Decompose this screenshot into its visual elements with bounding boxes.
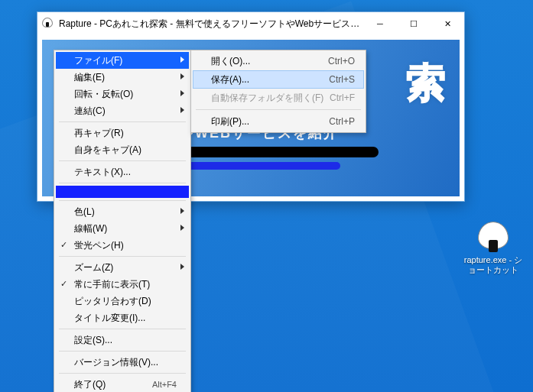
menu-label: 開く(O)... [211, 55, 328, 68]
menu-label: ファイル(F) [74, 54, 177, 67]
app-icon [42, 18, 54, 30]
desktop-shortcut[interactable]: rapture.exe - ショートカット [461, 222, 525, 275]
menu-item-exit[interactable]: 終了(Q) Alt+F4 [56, 376, 189, 392]
context-menu: ファイル(F) 編集(E) 回転・反転(O) 連結(C) 再キャプ(R) 自身を… [54, 50, 191, 392]
submenu-arrow-icon [180, 208, 184, 214]
menu-label: 常に手前に表示(T) [74, 278, 177, 291]
menu-item-text[interactable]: テキスト(X)... [56, 164, 189, 180]
menu-label: 自動保存フォルダを開く(F) [211, 92, 330, 105]
check-icon: ✓ [60, 240, 67, 250]
menu-separator [59, 160, 186, 161]
menu-label: ピッタリ合わす(D) [74, 295, 177, 308]
menu-item-settings[interactable]: 設定(S)... [56, 332, 189, 348]
menu-label: ズーム(Z) [74, 261, 177, 274]
menu-item-file[interactable]: ファイル(F) [56, 52, 189, 69]
menu-shortcut: Ctrl+O [328, 56, 355, 66]
menu-item-rotate[interactable]: 回転・反転(O) [56, 86, 189, 102]
menu-label: タイトル変更(I)... [74, 312, 177, 325]
menu-item-edit[interactable]: 編集(E) [56, 69, 189, 86]
menu-separator [59, 373, 186, 374]
menu-label: 終了(Q) [74, 378, 152, 391]
submenu-arrow-icon [180, 107, 184, 113]
menu-item-blank-selected[interactable] [56, 186, 189, 198]
submenu-arrow-icon [180, 264, 184, 270]
menu-label: 蛍光ペン(H) [74, 239, 177, 252]
minimize-button[interactable]: ─ [363, 12, 397, 35]
menu-shortcut: Ctrl+P [329, 116, 355, 127]
menu-item-fit[interactable]: ピッタリ合わす(D) [56, 293, 189, 309]
window-title: Rapture - PCあれこれ探索 - 無料で使えるフリーソフトやWebサービ… [59, 18, 363, 31]
menu-label: 保存(A)... [211, 73, 329, 86]
menu-label: 編集(E) [74, 71, 177, 84]
menu-item-version[interactable]: バージョン情報(V)... [56, 354, 189, 371]
menu-separator [59, 351, 186, 352]
check-icon: ✓ [60, 279, 67, 289]
menu-label: 印刷(P)... [211, 115, 329, 128]
menu-item-topmost[interactable]: ✓ 常に手前に表示(T) [56, 276, 189, 293]
menu-label: 設定(S)... [74, 334, 177, 347]
file-submenu: 開く(O)... Ctrl+O 保存(A)... Ctrl+S 自動保存フォルダ… [190, 50, 366, 133]
submenu-arrow-icon [180, 225, 184, 231]
submenu-arrow-icon [180, 90, 184, 96]
menu-label: 自身をキャプ(A) [74, 144, 177, 157]
titlebar[interactable]: Rapture - PCあれこれ探索 - 無料で使えるフリーソフトやWebサービ… [37, 12, 464, 35]
menu-label: 色(L) [74, 206, 177, 219]
menu-separator [59, 183, 186, 183]
close-button[interactable]: ✕ [431, 12, 464, 35]
submenu-item-open-autosave-folder[interactable]: 自動保存フォルダを開く(F) Ctrl+F [193, 89, 364, 107]
menu-label: テキスト(X)... [74, 166, 177, 179]
menu-item-zoom[interactable]: ズーム(Z) [56, 259, 189, 276]
menu-item-highlighter[interactable]: ✓ 蛍光ペン(H) [56, 237, 189, 254]
menu-label: 線幅(W) [74, 222, 177, 235]
menu-item-color[interactable]: 色(L) [56, 203, 189, 220]
menu-label: バージョン情報(V)... [74, 356, 177, 369]
content-heading: 索 [406, 57, 446, 110]
desktop-shortcut-label: rapture.exe - ショートカット [461, 255, 525, 275]
menu-separator [196, 109, 361, 110]
menu-label: 連結(C) [74, 105, 177, 118]
menu-shortcut: Ctrl+F [330, 92, 355, 103]
menu-label: 再キャプ(R) [74, 127, 177, 140]
submenu-item-open[interactable]: 開く(O)... Ctrl+O [193, 52, 364, 70]
menu-shortcut: Ctrl+S [329, 74, 355, 85]
menu-item-title-change[interactable]: タイトル変更(I)... [56, 309, 189, 326]
menu-separator [59, 329, 186, 329]
submenu-item-save[interactable]: 保存(A)... Ctrl+S [193, 70, 364, 89]
menu-separator [59, 256, 186, 257]
menu-shortcut: Alt+F4 [152, 380, 177, 389]
menu-separator [59, 121, 186, 122]
menu-item-recap[interactable]: 再キャプ(R) [56, 125, 189, 141]
submenu-arrow-icon [180, 57, 184, 63]
menu-separator [59, 200, 186, 201]
menu-item-link[interactable]: 連結(C) [56, 102, 189, 119]
menu-item-linewidth[interactable]: 線幅(W) [56, 220, 189, 237]
menu-item-selfcap[interactable]: 自身をキャプ(A) [56, 141, 189, 158]
rapture-icon [478, 222, 509, 252]
maximize-button[interactable]: ☐ [397, 12, 431, 35]
menu-label: 回転・反転(O) [74, 88, 177, 101]
submenu-item-print[interactable]: 印刷(P)... Ctrl+P [193, 112, 364, 131]
submenu-arrow-icon [180, 73, 184, 79]
